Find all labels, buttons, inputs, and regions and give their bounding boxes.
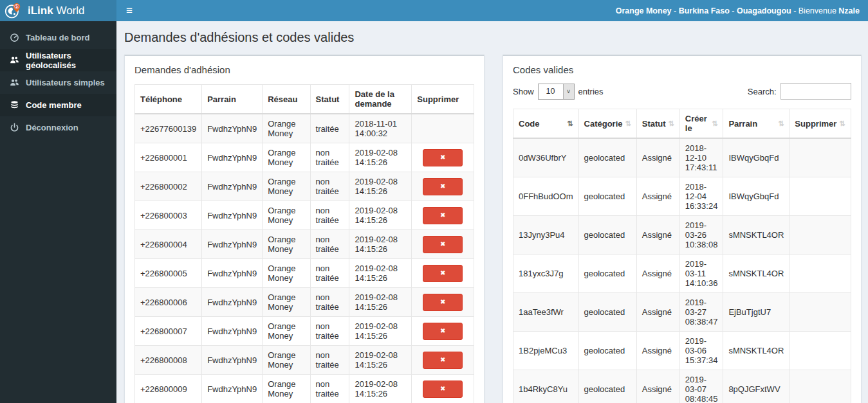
parrain-cell: FwdhzYphN9 xyxy=(202,288,263,317)
parrain-cell: FwdhzYphN9 xyxy=(202,230,263,259)
table-row: +226800004 FwdhzYphN9 Orange Money non t… xyxy=(135,230,474,259)
delete-button[interactable]: ✖ xyxy=(423,352,463,369)
parrain-cell: FwdhzYphN9 xyxy=(202,114,263,143)
delete-button[interactable]: ✖ xyxy=(423,207,463,224)
delete-button[interactable]: ✖ xyxy=(423,178,463,195)
col-categorie-sortable[interactable]: Catégorie⇅ xyxy=(578,109,636,139)
parrain-cell: FwdhzYphN9 xyxy=(202,375,263,403)
date-cell: 2018-11-01 14:00:32 xyxy=(349,114,412,143)
table-row: 13Jyny3Pu4 geolocated Assigné 2019-03-26… xyxy=(513,216,851,255)
creer-le-cell: 2018-12-04 16:33:24 xyxy=(679,177,723,216)
sort-icon: ⇅ xyxy=(625,120,631,128)
statut-cell: Assigné xyxy=(636,370,679,403)
brand[interactable]: $ iLink World xyxy=(0,0,116,21)
col-statut: Statut xyxy=(310,85,349,114)
main-content: Demandes d'adhésions et codes valides De… xyxy=(116,21,868,403)
statut-cell: non traitée xyxy=(310,375,349,403)
page-size-select[interactable]: 10 ∨ xyxy=(538,84,575,100)
table-row: 0dW36UfbrY geolocated Assigné 2018-12-10… xyxy=(513,138,851,177)
page-size-value: 10 xyxy=(539,84,563,99)
supprimer-cell: ✖ xyxy=(412,201,474,230)
supprimer-cell: ✖ xyxy=(412,259,474,288)
close-icon: ✖ xyxy=(440,356,445,363)
hamburger-icon: ≡ xyxy=(126,4,133,17)
reseau-cell: Orange Money xyxy=(263,230,310,259)
supprimer-cell xyxy=(790,293,851,332)
globe-pin-logo-icon: $ xyxy=(5,2,22,19)
parrain-cell: 8pQJGFxtWV xyxy=(723,370,790,403)
col-creer-le-sortable[interactable]: Créer le⇅ xyxy=(679,109,723,139)
phone-cell: +22677600139 xyxy=(135,114,202,143)
parrain-cell: FwdhzYphN9 xyxy=(202,143,263,172)
dashboard-icon xyxy=(10,33,19,42)
table-row: +226800001 FwdhzYphN9 Orange Money non t… xyxy=(135,143,474,172)
sidebar-item-code-membre[interactable]: Code membre xyxy=(0,94,116,116)
database-icon xyxy=(10,100,19,110)
statut-cell: non traitée xyxy=(310,230,349,259)
phone-cell: +226800004 xyxy=(135,230,202,259)
sidebar-item-utilisateurs-simples[interactable]: Utilisateurs simples xyxy=(0,71,116,94)
supprimer-cell: ✖ xyxy=(412,230,474,259)
col-code-sortable[interactable]: Code⇅ xyxy=(513,109,579,139)
code-cell: 13Jyny3Pu4 xyxy=(513,216,579,255)
col-parrain-sortable[interactable]: Parrain⇅ xyxy=(723,109,790,139)
supprimer-cell xyxy=(790,216,851,255)
delete-button[interactable]: ✖ xyxy=(423,323,463,340)
statut-cell: Assigné xyxy=(636,293,679,332)
delete-button[interactable]: ✖ xyxy=(423,294,463,311)
date-cell: 2019-02-08 14:15:26 xyxy=(349,259,412,288)
supprimer-cell: ✖ xyxy=(412,143,474,172)
sort-icon: ⇅ xyxy=(669,120,674,128)
table-row: +226800003 FwdhzYphN9 Orange Money non t… xyxy=(135,201,474,230)
codes-header-row: Code⇅ Catégorie⇅ Statut⇅ Créer le⇅ Parra… xyxy=(513,109,851,139)
delete-button[interactable]: ✖ xyxy=(423,381,463,398)
sidebar-item-deconnexion[interactable]: Déconnexion xyxy=(0,116,116,139)
statut-cell: traitée xyxy=(310,114,349,143)
page-title: Demandes d'adhésions et codes valides xyxy=(124,30,854,45)
delete-button[interactable]: ✖ xyxy=(423,149,463,166)
supprimer-cell: ✖ xyxy=(412,346,474,375)
col-telephone: Téléphone xyxy=(135,85,202,114)
sidebar-item-tableau-de-bord[interactable]: Tableau de bord xyxy=(0,26,116,49)
codes-table: Code⇅ Catégorie⇅ Statut⇅ Créer le⇅ Parra… xyxy=(513,109,851,403)
parrain-cell: FwdhzYphN9 xyxy=(202,201,263,230)
code-cell: 1B2pjeMCu3 xyxy=(513,332,579,370)
search-label: Search: xyxy=(748,87,777,96)
table-row: 1aaTee3fWr geolocated Assigné 2019-03-27… xyxy=(513,293,851,332)
col-supprimer-sortable[interactable]: Supprimer⇅ xyxy=(790,109,851,139)
reseau-cell: Orange Money xyxy=(263,201,310,230)
demandes-header-row: Téléphone Parrain Réseau Statut Date de … xyxy=(135,85,474,114)
codes-panel-title: Codes valides xyxy=(503,56,861,75)
chevron-down-icon: ∨ xyxy=(563,84,574,99)
parrain-cell: IBWqyGbqFd xyxy=(723,177,790,216)
close-icon: ✖ xyxy=(440,211,445,219)
reseau-cell: Orange Money xyxy=(263,317,310,346)
categorie-cell: geolocated xyxy=(578,177,636,216)
parrain-cell: sMNSKTL4OR xyxy=(723,255,790,293)
date-cell: 2019-02-08 14:15:26 xyxy=(349,143,412,172)
demandes-panel-title: Demandes d'adhésion xyxy=(125,56,484,75)
sidebar-toggle-button[interactable]: ≡ xyxy=(116,0,142,21)
close-icon: ✖ xyxy=(440,154,445,161)
users-icon xyxy=(10,78,19,87)
parrain-cell: FwdhzYphN9 xyxy=(202,346,263,375)
search-control: Search: xyxy=(748,83,851,100)
reseau-cell: Orange Money xyxy=(263,375,310,403)
statut-cell: non traitée xyxy=(310,346,349,375)
supprimer-cell xyxy=(790,332,851,370)
delete-button[interactable]: ✖ xyxy=(423,265,463,282)
table-row: 181yxc3J7g geolocated Assigné 2019-03-11… xyxy=(513,255,851,293)
creer-le-cell: 2019-03-11 14:10:36 xyxy=(679,255,723,293)
statut-cell: non traitée xyxy=(310,172,349,201)
sidebar-item-label: Utilisateurs simples xyxy=(26,78,105,87)
reseau-cell: Orange Money xyxy=(263,114,310,143)
supprimer-cell xyxy=(790,370,851,403)
sidebar-item-utilisateurs-geolocalises[interactable]: Utilisateurs géolocalisés xyxy=(0,49,116,71)
categorie-cell: geolocated xyxy=(578,255,636,293)
phone-cell: +226800008 xyxy=(135,346,202,375)
search-input[interactable] xyxy=(780,83,851,100)
col-parrain: Parrain xyxy=(202,85,263,114)
col-statut-sortable[interactable]: Statut⇅ xyxy=(636,109,679,139)
statut-cell: non traitée xyxy=(310,201,349,230)
delete-button[interactable]: ✖ xyxy=(423,236,463,253)
